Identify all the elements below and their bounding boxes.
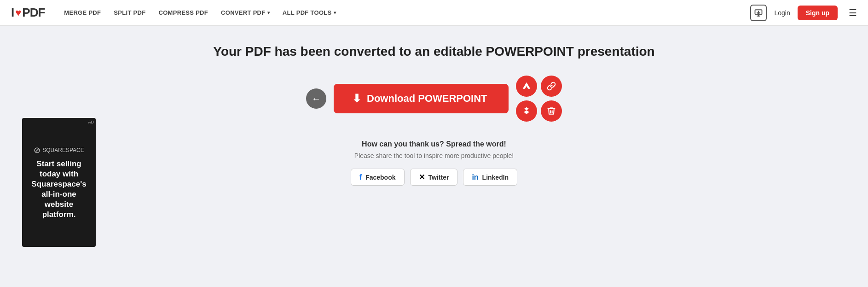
login-button[interactable]: Login	[774, 9, 790, 17]
header-right: Login Sign up ☰	[750, 5, 857, 21]
share-section: How can you thank us? Spread the word! P…	[351, 140, 517, 186]
twitter-share-button[interactable]: ✕ Twitter	[410, 169, 458, 186]
extra-actions-group	[516, 76, 562, 122]
logo-i: I	[11, 6, 14, 20]
trash-icon	[547, 106, 556, 116]
share-title: How can you thank us? Spread the word!	[351, 140, 517, 148]
google-drive-icon	[522, 82, 531, 91]
twitter-x-icon: ✕	[419, 173, 425, 182]
share-buttons-row: f Facebook ✕ Twitter in LinkedIn	[351, 169, 517, 186]
save-to-dropbox-button[interactable]	[516, 100, 537, 122]
dropbox-icon	[522, 106, 531, 116]
delete-button[interactable]	[541, 100, 562, 122]
nav-split-pdf[interactable]: SPLIT PDF	[109, 6, 150, 19]
main-nav: MERGE PDF SPLIT PDF COMPRESS PDF CONVERT…	[59, 6, 735, 19]
facebook-icon: f	[359, 173, 362, 182]
logo[interactable]: I ♥ PDF	[11, 6, 45, 20]
back-button[interactable]: ←	[306, 88, 326, 109]
all-tools-arrow-icon: ▾	[334, 10, 336, 15]
monitor-download-icon	[754, 9, 763, 17]
ad-badge: AD	[88, 120, 94, 124]
nav-all-tools[interactable]: ALL PDF TOOLS ▾	[278, 6, 341, 19]
nav-convert-pdf[interactable]: CONVERT PDF ▾	[216, 6, 274, 19]
copy-link-button[interactable]	[541, 76, 562, 97]
download-arrow-icon: ⬇	[352, 92, 361, 105]
link-icon	[547, 82, 556, 91]
header: I ♥ PDF MERGE PDF SPLIT PDF COMPRESS PDF…	[0, 0, 868, 26]
convert-pdf-arrow-icon: ▾	[267, 10, 270, 15]
success-title: Your PDF has been converted to an editab…	[213, 44, 654, 59]
linkedin-share-button[interactable]: in LinkedIn	[463, 169, 517, 186]
advertisement-block: AD ⊘ SQUARESPACE Start selling today wit…	[22, 118, 96, 247]
save-to-google-drive-button[interactable]	[516, 76, 537, 97]
linkedin-icon: in	[472, 173, 478, 182]
hamburger-menu-icon[interactable]: ☰	[849, 7, 857, 18]
squarespace-icon: ⊘	[34, 145, 41, 155]
nav-compress-pdf[interactable]: COMPRESS PDF	[154, 6, 213, 19]
signup-button[interactable]: Sign up	[798, 6, 838, 20]
ad-body-text: Start selling today with Squarespace's a…	[29, 159, 88, 220]
download-powerpoint-button[interactable]: ⬇ Download POWERPOINT	[334, 84, 509, 113]
nav-merge-pdf[interactable]: MERGE PDF	[59, 6, 105, 19]
share-subtitle: Please share the tool to inspire more pr…	[351, 152, 517, 159]
main-content: AD ⊘ SQUARESPACE Start selling today wit…	[0, 26, 868, 213]
facebook-share-button[interactable]: f Facebook	[351, 169, 405, 186]
download-to-screen-button[interactable]	[750, 5, 767, 21]
ad-logo: ⊘ SQUARESPACE	[34, 145, 84, 155]
action-row: ← ⬇ Download POWERPOINT	[306, 76, 562, 122]
logo-heart-icon: ♥	[15, 7, 21, 19]
logo-pdf: PDF	[22, 6, 45, 20]
